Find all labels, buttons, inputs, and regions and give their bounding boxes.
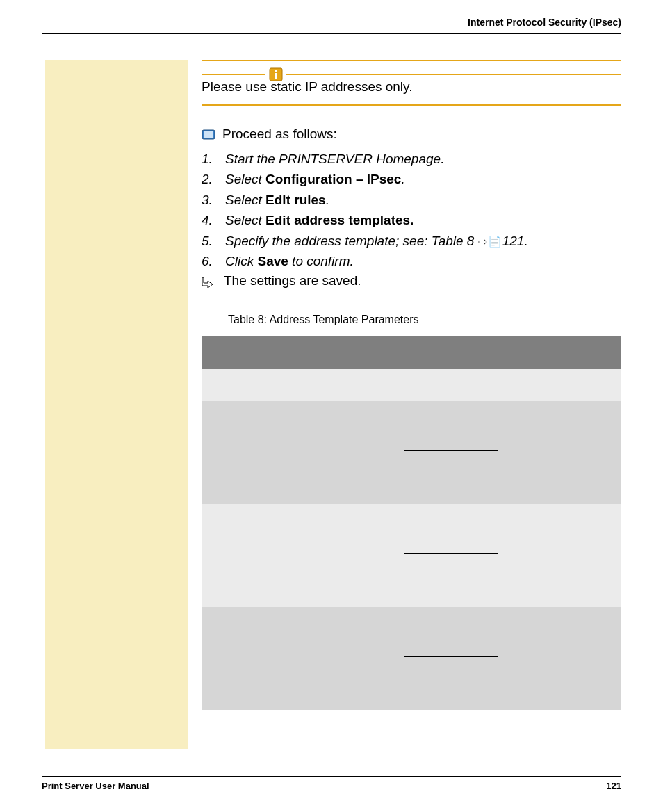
table-row xyxy=(202,369,621,401)
step-item: 2. Select Configuration – IPsec. xyxy=(202,169,621,189)
underline-decoration xyxy=(404,656,498,657)
step-item: 5. Specify the address template; see: Ta… xyxy=(202,231,621,251)
underline-decoration xyxy=(404,450,498,451)
footer-left: Print Server User Manual xyxy=(42,781,149,791)
step-item: 3. Select Edit rules. xyxy=(202,190,621,210)
svg-rect-4 xyxy=(204,131,213,138)
table-row xyxy=(202,401,621,504)
note-text: Please use static IP addresses only. xyxy=(202,74,621,95)
proceed-text: Proceed as follows: xyxy=(222,127,337,142)
rule-decoration xyxy=(286,74,621,75)
underline-decoration xyxy=(404,553,498,554)
address-template-table xyxy=(202,336,621,710)
steps-list: 1. Start the PRINTSERVER Homepage. 2. Se… xyxy=(202,149,621,272)
step-item: 4. Select Edit address templates. xyxy=(202,210,621,230)
svg-point-1 xyxy=(275,70,277,72)
step-text: Select Configuration – IPsec. xyxy=(225,169,621,189)
page-header: Internet Protocol Security (IPsec) xyxy=(42,17,621,34)
info-icon xyxy=(268,65,284,82)
sidebar-pane xyxy=(45,60,188,749)
proceed-icon xyxy=(202,128,215,140)
step-number: 2. xyxy=(202,169,225,189)
page-ref-icon: ⇨📄 xyxy=(478,236,502,247)
table-row xyxy=(202,607,621,710)
step-number: 1. xyxy=(202,149,225,169)
step-text: Specify the address template; see: Table… xyxy=(225,231,621,251)
table-row xyxy=(202,504,621,607)
page-footer: Print Server User Manual 121 xyxy=(42,776,621,791)
step-item: 6. Click Save to confirm. xyxy=(202,251,621,271)
step-text: Click Save to confirm. xyxy=(225,251,621,271)
rule-decoration xyxy=(202,74,265,75)
content-column: Please use static IP addresses only. Pro… xyxy=(202,60,621,710)
table-caption: Table 8: Address Template Parameters xyxy=(228,314,621,326)
result-arrow-icon xyxy=(202,276,214,289)
step-item: 1. Start the PRINTSERVER Homepage. xyxy=(202,149,621,169)
step-text: Start the PRINTSERVER Homepage. xyxy=(225,149,621,169)
step-text: Select Edit rules. xyxy=(225,190,621,210)
step-number: 6. xyxy=(202,251,225,271)
step-number: 3. xyxy=(202,190,225,210)
footer-page-number: 121 xyxy=(606,781,621,791)
step-number: 4. xyxy=(202,210,225,230)
note-callout: Please use static IP addresses only. xyxy=(202,60,621,106)
step-text: Select Edit address templates. xyxy=(225,210,621,230)
result-text: The settings are saved. xyxy=(224,273,361,289)
result-row: The settings are saved. xyxy=(202,273,621,289)
table-header-row xyxy=(202,336,621,369)
svg-rect-2 xyxy=(275,73,277,79)
header-title: Internet Protocol Security (IPsec) xyxy=(468,17,621,28)
proceed-row: Proceed as follows: xyxy=(202,127,621,142)
step-number: 5. xyxy=(202,231,225,251)
